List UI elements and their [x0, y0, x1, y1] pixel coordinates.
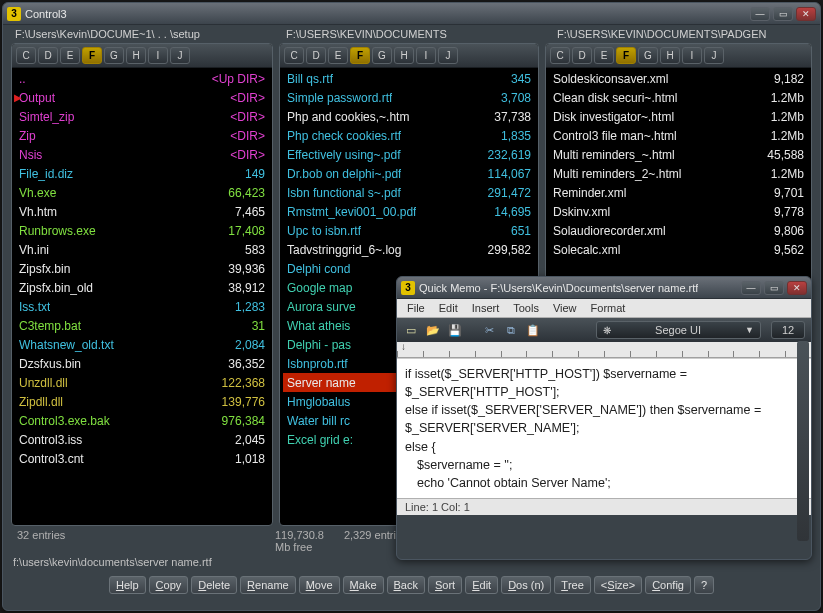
close-button[interactable]: ✕ — [796, 7, 816, 21]
file-row[interactable]: Dzsfxus.bin36,352 — [15, 354, 269, 373]
drive-f-button[interactable]: F — [82, 47, 102, 64]
drive-h-button[interactable]: H — [660, 47, 680, 64]
drive-i-button[interactable]: I — [416, 47, 436, 64]
listing-1[interactable]: ..<Up DIR>▶Output<DIR>Simtel_zip<DIR>Zip… — [12, 68, 272, 525]
file-row[interactable]: Isbn functional s~.pdf291,472 — [283, 183, 535, 202]
drive-h-button[interactable]: H — [126, 47, 146, 64]
new-icon[interactable]: ▭ — [403, 322, 419, 338]
file-row[interactable]: Multi reminders_~.html45,588 — [549, 145, 808, 164]
menu-edit[interactable]: Edit — [439, 302, 458, 314]
file-row[interactable]: ..<Up DIR> — [15, 69, 269, 88]
file-row[interactable]: Bill qs.rtf345 — [283, 69, 535, 88]
drive-e-button[interactable]: E — [328, 47, 348, 64]
--button[interactable]: ? — [694, 576, 714, 594]
file-row[interactable]: Disk investigator~.html1.2Mb — [549, 107, 808, 126]
drive-f-button[interactable]: F — [616, 47, 636, 64]
memo-editor[interactable]: if isset($_SERVER['HTTP_HOST']) $servern… — [397, 358, 811, 498]
font-size-select[interactable]: 12 — [771, 321, 805, 339]
copy-button[interactable]: Copy — [149, 576, 189, 594]
file-row[interactable]: Zipsfx.bin_old38,912 — [15, 278, 269, 297]
file-row[interactable]: Soldeskiconsaver.xml9,182 — [549, 69, 808, 88]
file-row[interactable]: Solecalc.xml9,562 — [549, 240, 808, 259]
drive-c-button[interactable]: C — [16, 47, 36, 64]
file-row[interactable]: Tadvstringgrid_6~.log299,582 — [283, 240, 535, 259]
file-row[interactable]: Control3 file man~.html1.2Mb — [549, 126, 808, 145]
file-row[interactable]: Multi reminders_2~.html1.2Mb — [549, 164, 808, 183]
copy-icon[interactable]: ⧉ — [503, 322, 519, 338]
drive-g-button[interactable]: G — [638, 47, 658, 64]
file-row[interactable]: Control3.cnt1,018 — [15, 449, 269, 468]
drive-g-button[interactable]: G — [104, 47, 124, 64]
config-button[interactable]: Config — [645, 576, 691, 594]
menu-tools[interactable]: Tools — [513, 302, 539, 314]
memo-maximize-button[interactable]: ▭ — [764, 281, 784, 295]
file-row[interactable]: Rmstmt_kevi001_00.pdf14,695 — [283, 202, 535, 221]
drive-e-button[interactable]: E — [60, 47, 80, 64]
memo-close-button[interactable]: ✕ — [787, 281, 807, 295]
file-row[interactable]: Zipsfx.bin39,936 — [15, 259, 269, 278]
drive-j-button[interactable]: J — [704, 47, 724, 64]
file-row[interactable]: Vh.ini583 — [15, 240, 269, 259]
menu-insert[interactable]: Insert — [472, 302, 500, 314]
file-row[interactable]: Dr.bob on delphi~.pdf114,067 — [283, 164, 535, 183]
file-row[interactable]: Solaudiorecorder.xml9,806 — [549, 221, 808, 240]
file-row[interactable]: Control3.exe.bak976,384 — [15, 411, 269, 430]
menu-file[interactable]: File — [407, 302, 425, 314]
memo-minimize-button[interactable]: — — [741, 281, 761, 295]
file-row[interactable]: Dskinv.xml9,778 — [549, 202, 808, 221]
help-button[interactable]: Help — [109, 576, 146, 594]
drive-e-button[interactable]: E — [594, 47, 614, 64]
file-row[interactable]: Simtel_zip<DIR> — [15, 107, 269, 126]
file-row[interactable]: Reminder.xml9,701 — [549, 183, 808, 202]
delete-button[interactable]: Delete — [191, 576, 237, 594]
file-row[interactable]: Upc to isbn.rtf651 — [283, 221, 535, 240]
save-icon[interactable]: 💾 — [447, 322, 463, 338]
sort-button[interactable]: Sort — [428, 576, 462, 594]
paste-icon[interactable]: 📋 — [525, 322, 541, 338]
font-select[interactable]: ❋ Segoe UI ▼ — [596, 321, 761, 339]
tree-button[interactable]: Tree — [554, 576, 591, 594]
minimize-button[interactable]: — — [750, 7, 770, 21]
menu-view[interactable]: View — [553, 302, 577, 314]
file-row[interactable]: Zipdll.dll139,776 — [15, 392, 269, 411]
file-row[interactable]: Runbrows.exe17,408 — [15, 221, 269, 240]
drive-d-button[interactable]: D — [572, 47, 592, 64]
drive-j-button[interactable]: J — [170, 47, 190, 64]
menu-format[interactable]: Format — [591, 302, 626, 314]
file-row[interactable]: Iss.txt1,283 — [15, 297, 269, 316]
memo-scrollbar[interactable] — [797, 341, 809, 541]
open-icon[interactable]: 📂 — [425, 322, 441, 338]
drive-c-button[interactable]: C — [550, 47, 570, 64]
drive-h-button[interactable]: H — [394, 47, 414, 64]
file-row[interactable]: Simple password.rtf3,708 — [283, 88, 535, 107]
edit-button[interactable]: Edit — [465, 576, 498, 594]
file-row[interactable]: Nsis<DIR> — [15, 145, 269, 164]
maximize-button[interactable]: ▭ — [773, 7, 793, 21]
drive-i-button[interactable]: I — [148, 47, 168, 64]
rename-button[interactable]: Rename — [240, 576, 296, 594]
drive-j-button[interactable]: J — [438, 47, 458, 64]
drive-d-button[interactable]: D — [306, 47, 326, 64]
file-row[interactable]: Vh.htm7,465 — [15, 202, 269, 221]
file-row[interactable]: Php and cookies,~.htm37,738 — [283, 107, 535, 126]
file-row[interactable]: Control3.iss2,045 — [15, 430, 269, 449]
cut-icon[interactable]: ✂ — [481, 322, 497, 338]
file-row[interactable]: Vh.exe66,423 — [15, 183, 269, 202]
file-row[interactable]: Clean disk securi~.html1.2Mb — [549, 88, 808, 107]
-size--button[interactable]: <Size> — [594, 576, 642, 594]
file-row[interactable]: Zip<DIR> — [15, 126, 269, 145]
memo-titlebar[interactable]: 3 Quick Memo - F:\Users\Kevin\Documents\… — [397, 277, 811, 299]
make-button[interactable]: Make — [343, 576, 384, 594]
file-row[interactable]: Whatsnew_old.txt2,084 — [15, 335, 269, 354]
drive-c-button[interactable]: C — [284, 47, 304, 64]
main-titlebar[interactable]: 3 Control3 — ▭ ✕ — [3, 3, 820, 25]
file-row[interactable]: ▶Output<DIR> — [15, 88, 269, 107]
move-button[interactable]: Move — [299, 576, 340, 594]
dos-n--button[interactable]: Dos (n) — [501, 576, 551, 594]
drive-i-button[interactable]: I — [682, 47, 702, 64]
file-row[interactable]: Php check cookies.rtf1,835 — [283, 126, 535, 145]
file-row[interactable]: Effectively using~.pdf232,619 — [283, 145, 535, 164]
drive-d-button[interactable]: D — [38, 47, 58, 64]
drive-f-button[interactable]: F — [350, 47, 370, 64]
file-row[interactable]: Unzdll.dll122,368 — [15, 373, 269, 392]
